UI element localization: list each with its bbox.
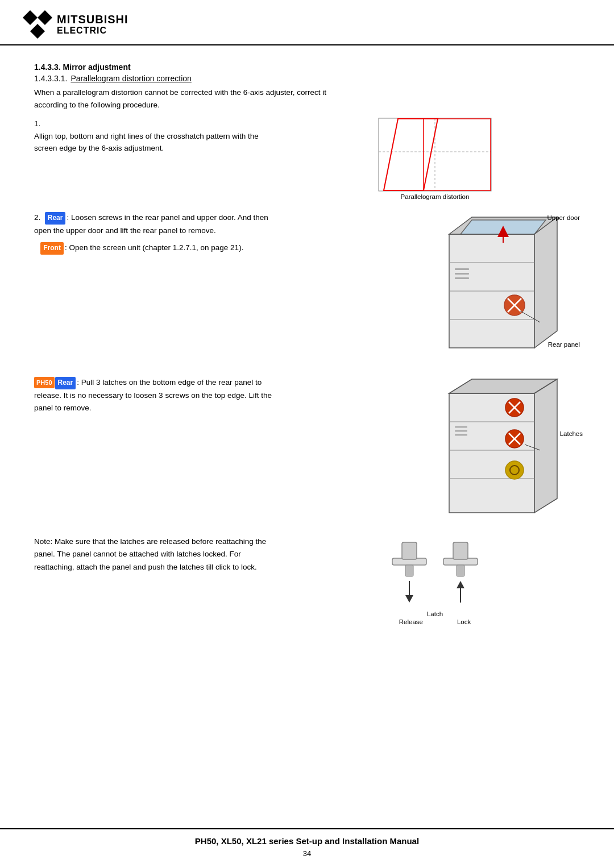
ph50-paragraph: PH50Rear: Pull 3 latches on the bottom e… — [34, 376, 279, 414]
lock-label: Lock — [457, 618, 471, 625]
ph50-figure: Latches — [290, 376, 580, 524]
release-lock-labels: Release Lock — [399, 618, 471, 625]
svg-marker-10 — [534, 217, 557, 348]
page-header: MITSUBISHI ELECTRIC — [0, 0, 614, 45]
svg-rect-23 — [455, 277, 469, 279]
svg-rect-21 — [455, 268, 469, 270]
parallelogram-distortion-figure — [378, 118, 492, 192]
footer-title: PH50, XL50, XL21 series Set-up and Insta… — [34, 836, 580, 846]
svg-rect-39 — [455, 426, 467, 428]
ph50-text: PH50Rear: Pull 3 latches on the bottom e… — [34, 376, 279, 419]
page-footer: PH50, XL50, XL21 series Set-up and Insta… — [0, 828, 614, 868]
intro-paragraph: When a parallelogram distortion cannot b… — [34, 86, 330, 111]
latch-label: Latch — [427, 610, 443, 617]
svg-marker-1 — [38, 10, 52, 25]
step2-paragraph2: Front: Open the screen unit (chapter 1.2… — [34, 242, 279, 255]
main-content: 1.4.3.3. Mirror adjustment 1.4.3.3.1. Pa… — [0, 45, 614, 648]
section-title: 1.4.3.3. Mirror adjustment — [34, 63, 580, 72]
svg-rect-41 — [455, 434, 467, 436]
ph50-rear-label: Rear — [55, 377, 76, 389]
svg-rect-49 — [457, 565, 464, 576]
latches-diagram: Latches — [415, 376, 580, 524]
rear-panel-label: Rear panel — [548, 341, 580, 348]
ph50-row: PH50Rear: Pull 3 latches on the bottom e… — [34, 376, 580, 524]
svg-marker-51 — [457, 581, 464, 588]
ph50-label: PH50 — [34, 377, 55, 388]
svg-rect-7 — [424, 119, 491, 190]
svg-marker-26 — [534, 379, 557, 513]
latch-detail-svg — [378, 535, 492, 609]
note-text: Note: Make sure that the latches are rel… — [34, 535, 279, 574]
step2-figure: Upper door Rear panel — [290, 211, 580, 359]
step1-figure: Parallelogram distortion — [290, 118, 580, 200]
note-row: Note: Make sure that the latches are rel… — [34, 535, 580, 625]
svg-rect-40 — [455, 430, 467, 432]
svg-rect-44 — [405, 565, 413, 576]
fig1-caption: Parallelogram distortion — [401, 193, 470, 200]
step1-row: 1. Allign top, bottom and right lines of… — [34, 118, 580, 200]
footer-page: 34 — [34, 849, 580, 858]
step2-text: 2. Rear: Loosen screws in the rear panel… — [34, 211, 279, 259]
svg-marker-6 — [384, 119, 438, 190]
logo: MITSUBISHI ELECTRIC — [23, 10, 128, 39]
latches-label: Latches — [560, 430, 583, 437]
svg-rect-22 — [455, 273, 469, 275]
cabinet-svg — [415, 211, 580, 359]
svg-rect-48 — [453, 542, 468, 559]
step1-text: 1. Allign top, bottom and right lines of… — [34, 118, 279, 155]
upper-door-label: Upper door — [547, 214, 580, 221]
rear-label: Rear — [45, 212, 66, 225]
step2-paragraph1: 2. Rear: Loosen screws in the rear panel… — [34, 211, 279, 237]
release-label: Release — [399, 618, 423, 625]
step2-row: 2. Rear: Loosen screws in the rear panel… — [34, 211, 580, 359]
svg-marker-46 — [405, 595, 413, 603]
latches-svg — [415, 376, 580, 524]
cabinet-diagram: Upper door Rear panel — [415, 211, 580, 359]
subsection-header: 1.4.3.3.1. Parallelogram distortion corr… — [34, 74, 580, 83]
svg-marker-2 — [30, 24, 45, 39]
logo-text: MITSUBISHI ELECTRIC — [57, 13, 128, 36]
front-label: Front — [40, 242, 64, 255]
latch-note-figure: Latch Release Lock — [290, 535, 580, 625]
svg-point-36 — [505, 461, 524, 479]
svg-rect-43 — [402, 542, 417, 559]
mitsubishi-logo-icon — [23, 10, 52, 39]
svg-marker-0 — [23, 10, 38, 25]
